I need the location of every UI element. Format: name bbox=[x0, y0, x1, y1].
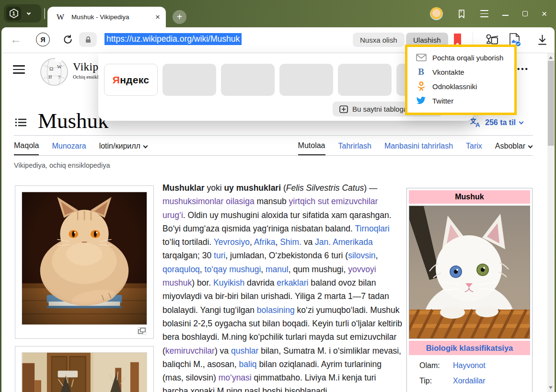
tab-script-switch[interactable]: lotin/кирилл bbox=[99, 141, 147, 155]
wiki-main-menu-icon[interactable] bbox=[13, 65, 25, 74]
infobox-rows: Olam: Hayvonot Tip: Xordalilar Sinf: Sut… bbox=[409, 355, 530, 392]
chevron-down-icon bbox=[519, 119, 524, 124]
row-value-link[interactable]: Xordalilar bbox=[453, 377, 486, 385]
row-value-link[interactable]: Hayvonot bbox=[453, 361, 486, 370]
profile-avatar[interactable] bbox=[430, 7, 443, 20]
share-menu-item-email[interactable]: Pochta orqali yuborish bbox=[407, 50, 514, 65]
wiki-link[interactable]: erkaklari bbox=[277, 278, 308, 288]
scroll-down-arrow[interactable] bbox=[549, 386, 553, 389]
enlarge-icon[interactable] bbox=[138, 327, 146, 334]
wiki-link[interactable]: qushlar bbox=[231, 346, 258, 356]
scrollbar-thumb[interactable] bbox=[548, 61, 554, 146]
window-minimize-button[interactable] bbox=[502, 15, 509, 16]
infobox-row: Olam: Hayvonot bbox=[419, 361, 526, 370]
divider bbox=[14, 155, 533, 156]
toc-icon[interactable] bbox=[15, 118, 27, 127]
language-selector-button[interactable]: A 256 ta til bbox=[470, 117, 523, 127]
svg-text:7: 7 bbox=[58, 75, 60, 80]
share-menu-item-odnoklassniki[interactable]: Odnoklassniki bbox=[407, 79, 514, 93]
twitter-icon bbox=[415, 96, 428, 105]
infobox-row: Tip: Xordalilar bbox=[419, 377, 526, 385]
wiki-link[interactable]: turi bbox=[214, 251, 225, 260]
new-tab-button[interactable]: + bbox=[173, 10, 186, 24]
add-tile-icon bbox=[339, 105, 348, 113]
tab-tahrirlash[interactable]: Tahrirlash bbox=[338, 141, 371, 155]
tab-group-control[interactable]: 1 bbox=[4, 4, 41, 23]
page-scrollbar[interactable] bbox=[547, 53, 555, 392]
wiki-link[interactable]: silovsin bbox=[348, 251, 375, 260]
wikipedia-logo[interactable]: Ω W И 7 bbox=[39, 56, 70, 87]
tab-munozara[interactable]: Munozara bbox=[52, 141, 86, 155]
svg-text:W: W bbox=[57, 64, 62, 69]
tab-mutolaa[interactable]: Mutolaa bbox=[298, 141, 325, 155]
tab-maqola[interactable]: Maqola bbox=[14, 141, 39, 155]
white-kitten-photo bbox=[409, 206, 530, 338]
speed-dial-tile[interactable] bbox=[338, 64, 392, 96]
wiki-link[interactable]: bolasining bbox=[257, 305, 295, 315]
more-options-icon[interactable]: ••• bbox=[517, 65, 529, 73]
wiki-link[interactable]: kemiruvchilar bbox=[165, 346, 215, 356]
yandex-wordmark: Я bbox=[113, 74, 120, 86]
yandex-tile[interactable]: Яндекс bbox=[104, 64, 158, 96]
share-menu-item-twitter[interactable]: Twitter bbox=[407, 93, 514, 108]
wiki-link[interactable]: baliq bbox=[239, 359, 257, 369]
wiki-link[interactable]: Shim. bbox=[280, 237, 301, 247]
copy-url-button[interactable]: Nusxa olish bbox=[353, 33, 405, 47]
tabbar-right-controls: × bbox=[430, 0, 547, 27]
article-image-tabby-cat[interactable] bbox=[15, 346, 154, 392]
address-bar-url[interactable]: https://uz.wikipedia.org/wiki/Mushuk bbox=[104, 33, 242, 45]
tab-manbasini-tahrirlash[interactable]: Manbasini tahrirlash bbox=[384, 141, 453, 155]
download-icon[interactable] bbox=[537, 34, 548, 46]
row-label: Olam: bbox=[419, 361, 453, 370]
divider bbox=[44, 8, 45, 19]
wiki-link[interactable]: Tirnoqlari bbox=[355, 224, 389, 233]
wiki-link[interactable]: Afrika bbox=[254, 237, 276, 247]
translate-icon: A bbox=[470, 117, 481, 127]
wiki-link[interactable]: moʻynasi bbox=[219, 373, 252, 382]
tab-tarix[interactable]: Tarix bbox=[466, 141, 482, 155]
chevron-down-icon bbox=[27, 11, 31, 14]
share-item-label: Odnoklassniki bbox=[432, 82, 477, 91]
svg-text:Ω: Ω bbox=[49, 66, 53, 71]
chevron-down-icon bbox=[528, 143, 533, 148]
infobox-section-header: Biologik klassifikatsiya bbox=[409, 341, 530, 355]
mail-icon bbox=[415, 54, 428, 61]
share-menu: Pochta orqali yuborish В Vkontakte Odnok… bbox=[405, 45, 517, 115]
site-security-chip[interactable] bbox=[79, 32, 97, 47]
tab-asboblar[interactable]: Asboblar bbox=[495, 141, 532, 155]
site-subtitle: Vikipediya, ochiq ensiklopediya bbox=[14, 161, 110, 169]
infobox: Mushuk bbox=[406, 188, 533, 392]
wiki-link[interactable]: Kuyikish bbox=[213, 278, 244, 288]
tab-close-icon[interactable]: × bbox=[155, 13, 160, 21]
scroll-up-arrow[interactable] bbox=[549, 56, 553, 59]
reload-icon[interactable] bbox=[62, 34, 73, 45]
lock-icon bbox=[84, 36, 92, 44]
share-menu-item-vkontakte[interactable]: В Vkontakte bbox=[407, 65, 514, 79]
svg-text:И: И bbox=[48, 74, 52, 80]
wiki-link[interactable]: Jan. Amerikada bbox=[315, 237, 373, 247]
wiki-link[interactable]: manul bbox=[266, 265, 289, 274]
speed-dial-tile[interactable] bbox=[279, 64, 333, 96]
tab-group-badge[interactable]: 1 bbox=[6, 7, 21, 21]
wiki-link[interactable]: Yevrosiyo bbox=[214, 237, 250, 247]
row-label: Tip: bbox=[419, 377, 453, 385]
bookmarks-icon[interactable] bbox=[457, 9, 466, 19]
browser-content: ← Я https://uz.wikipedia.org/wiki/Mushuk… bbox=[1, 27, 555, 392]
speed-dial-tile[interactable] bbox=[221, 64, 275, 96]
share-item-label: Pochta orqali yuborish bbox=[432, 54, 503, 62]
speed-dial-tile[interactable] bbox=[162, 64, 216, 96]
window-close-button[interactable]: × bbox=[542, 9, 547, 18]
vk-icon: В bbox=[415, 67, 428, 77]
infobox-image[interactable] bbox=[409, 206, 530, 339]
share-item-label: Vkontakte bbox=[432, 68, 464, 76]
browser-tab-mushuk[interactable]: W Mushuk - Vikipediya × bbox=[47, 7, 166, 27]
tab-title: Mushuk - Vikipediya bbox=[71, 13, 155, 21]
browser-menu-icon[interactable] bbox=[480, 10, 488, 17]
wiki-link[interactable]: qoraquloq bbox=[162, 265, 200, 274]
yandex-button[interactable]: Я bbox=[36, 33, 50, 46]
article-image-cat-on-book[interactable] bbox=[15, 185, 154, 339]
back-button[interactable]: ← bbox=[10, 33, 22, 46]
wiki-link[interactable]: mushuksimonlar oilasiga bbox=[162, 196, 255, 206]
window-maximize-button[interactable] bbox=[522, 11, 528, 16]
wiki-link[interactable]: toʻqay mushugi bbox=[205, 265, 261, 274]
